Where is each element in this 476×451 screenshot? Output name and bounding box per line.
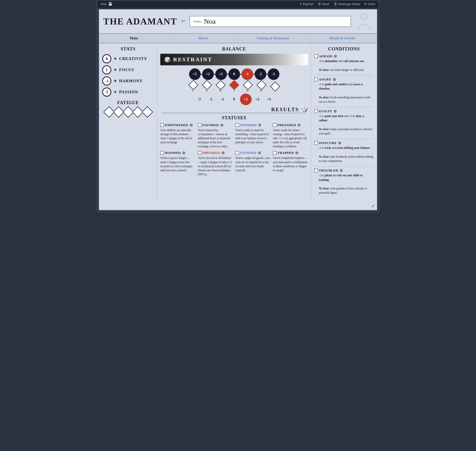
impaired-checkbox[interactable] (198, 151, 201, 155)
sheet-header: The Adamant 🪪 Name: (99, 10, 377, 34)
results-label: Results (271, 107, 299, 112)
balance-node-zero[interactable]: 0 (228, 68, 240, 80)
title-bar-right: ↗ PopOut! ⚙ Sheet 👤 Prototype Token ✕ Cl… (299, 2, 375, 6)
angry-header: Angry (314, 77, 374, 81)
favored-checkbox[interactable] (198, 123, 201, 127)
trapped-name: Trapped (277, 151, 294, 155)
impaired-name: Impaired (202, 151, 220, 155)
inspired-checkbox[interactable] (235, 123, 239, 127)
restraint-bar: 🎲 Restraint (160, 54, 308, 65)
principle-e2-diamond[interactable] (243, 80, 253, 90)
angry-divider (314, 107, 374, 107)
afraid-header: Afraid (314, 54, 374, 58)
creativity-name: Creativity (119, 57, 147, 61)
balance-column: Balance 🎲 Restraint +3 +2 +1 0 -1 (157, 43, 311, 201)
results-row: Results 🎲 (160, 106, 308, 113)
afraid-bubble (334, 55, 337, 58)
stats-column: Stats 0 ✦ Creativity 1 ✦ Focus -1 ✦ Harm… (99, 43, 157, 201)
bottom-minus3: -3 (194, 97, 205, 101)
balance-node-minus3[interactable]: -3 (268, 68, 279, 80)
empowered-bubble (190, 124, 193, 127)
prototype-token-button[interactable]: 👤 Prototype Token (333, 2, 360, 6)
bottom-plus2: +2 (252, 97, 263, 101)
empowered-name: Empowered (165, 123, 188, 127)
insecure-desc: -2 to trick and resist shifting your bal… (314, 146, 374, 163)
stat-passion: 3 ✦ Passion (102, 88, 154, 97)
trapped-bubble (295, 151, 298, 154)
tab-moves[interactable]: Moves (169, 34, 238, 43)
balance-node-plus3[interactable]: +3 (189, 68, 201, 80)
popout-button[interactable]: ↗ PopOut! (299, 2, 314, 6)
condition-angry: Angry -2 to guide and comfort and assess… (314, 77, 374, 104)
focus-value: 1 (102, 65, 111, 74)
status-prepared-header: Prepared (273, 123, 308, 127)
conditions-header: Conditions (314, 46, 374, 52)
stunned-checkbox[interactable] (235, 151, 239, 155)
empowered-checkbox[interactable] (160, 123, 164, 127)
principle-c-diamond[interactable] (188, 80, 198, 90)
status-empowered: Empowered Your abilities are naturally s… (160, 123, 195, 148)
principle-end-diamond[interactable] (270, 81, 280, 92)
guilty-divider (314, 139, 374, 139)
tab-training[interactable]: Training & Techniques (238, 34, 308, 43)
card-icon[interactable]: 🪪 (181, 19, 186, 24)
afraid-checkbox[interactable] (314, 54, 318, 58)
principles-row: C E N T (160, 81, 308, 92)
fatigue-diamonds (102, 108, 154, 116)
title-bar-left: Noa 💾 (101, 2, 112, 6)
passion-value: 3 (102, 88, 111, 97)
insecure-header: Insecure (314, 141, 374, 145)
bottom-zero: 0 (228, 97, 240, 101)
angry-name: Angry (319, 77, 331, 81)
insecure-name: Insecure (319, 141, 337, 145)
gear-icon: ⚙ (318, 2, 321, 6)
focus-name: Focus (119, 68, 134, 72)
principle-t-diamond[interactable] (229, 80, 239, 90)
passion-name: Passion (119, 90, 138, 94)
balance-node-minus2[interactable]: -2 (255, 68, 266, 80)
insecure-checkbox[interactable] (314, 141, 318, 145)
angry-checkbox[interactable] (314, 78, 318, 81)
balance-node-plus1[interactable]: +1 (215, 68, 227, 80)
title-bar: Noa 💾 ↗ PopOut! ⚙ Sheet 👤 Prototype Toke… (97, 1, 379, 8)
prepared-checkbox[interactable] (273, 123, 276, 127)
name-input[interactable] (204, 17, 348, 25)
doomed-checkbox[interactable] (160, 151, 164, 155)
node-spacer (201, 74, 202, 75)
principle-n: N (215, 81, 226, 92)
trapped-desc: You're completely helpless—you must mark… (273, 156, 308, 172)
principle-n-diamond[interactable] (216, 80, 226, 90)
tab-details[interactable]: Details & Growth (308, 34, 377, 43)
status-inspired-header: Inspired (235, 123, 271, 127)
user-icon: 👤 (333, 2, 337, 6)
guilty-header: Guilty (314, 109, 374, 113)
principle-e1: E (201, 81, 213, 92)
guilty-checkbox[interactable] (314, 109, 318, 113)
node-spacer3 (227, 74, 228, 75)
bottom-minus1: -1 (217, 97, 228, 101)
condition-guilty: Guilty -2 to push your luck and +2 to de… (314, 109, 374, 136)
node-spacer6 (266, 74, 268, 75)
troubled-bubble (340, 169, 343, 172)
sheet-button[interactable]: ⚙ Sheet (318, 2, 329, 6)
popout-icon: ↗ (299, 2, 302, 6)
balance-node-plus2[interactable]: +2 (202, 68, 214, 80)
balance-node-minus1[interactable]: -1 (242, 68, 253, 80)
principle-c: C (188, 81, 199, 92)
guilty-desc: -2 to push your luck and +2 to deny a ca… (314, 114, 374, 136)
stat-creativity: 0 ✦ Creativity (102, 54, 154, 63)
close-icon: ✕ (364, 2, 367, 6)
trapped-checkbox[interactable] (273, 151, 276, 155)
statuses-section: Statuses Empowered Your abilities are na… (160, 113, 308, 176)
principle-r-diamond[interactable] (256, 80, 267, 90)
guilty-name: Guilty (319, 109, 332, 113)
principle-r: R (256, 81, 267, 92)
conditions-column: Conditions Afraid -2 to intimidate and c… (311, 43, 377, 201)
close-button[interactable]: ✕ Close (364, 2, 375, 6)
fatigue-slot-5[interactable] (142, 106, 153, 118)
troubled-checkbox[interactable] (314, 169, 318, 172)
stats-header: Stats (102, 46, 154, 52)
tab-main[interactable]: Main (99, 34, 169, 43)
save-icon[interactable]: 💾 (108, 2, 112, 6)
principle-e1-diamond[interactable] (202, 80, 212, 90)
